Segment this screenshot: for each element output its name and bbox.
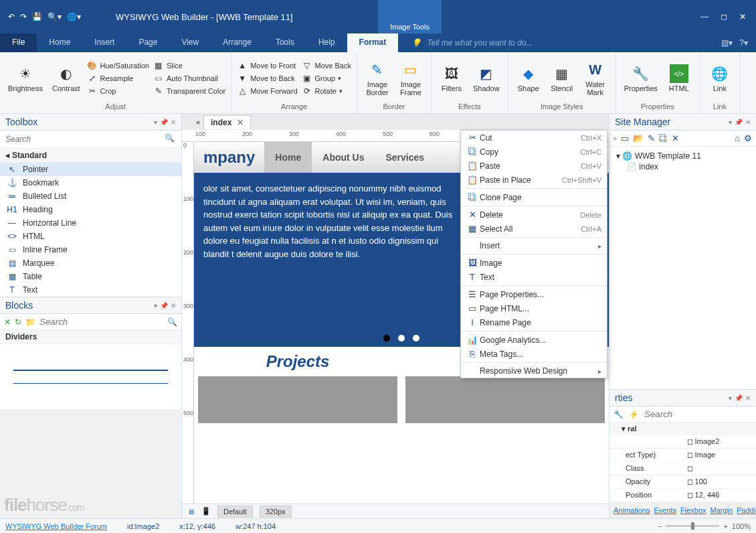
folder-icon[interactable]: 📁 — [25, 317, 35, 327]
link-button[interactable]: 🌐Link — [705, 63, 735, 94]
menu-view[interactable]: View — [169, 33, 211, 52]
wrench-icon[interactable]: 🔧 — [613, 410, 624, 419]
tool-pointer[interactable]: ↖Pointer — [0, 163, 181, 176]
tab-close-icon[interactable]: ✕ — [237, 118, 244, 127]
contrast-button[interactable]: ◐Contrast — [50, 63, 83, 94]
breakpoint-320[interactable]: 320px — [260, 506, 292, 518]
close-icon[interactable]: ✕ — [739, 12, 746, 21]
lightning-icon[interactable]: ⚡ — [629, 410, 639, 419]
ctx-page-properties-[interactable]: ☰Page Properties... — [461, 287, 607, 301]
tool-text[interactable]: TText — [0, 283, 181, 297]
new-page-icon[interactable]: ▫ — [613, 133, 617, 143]
ctx-rename-page[interactable]: IRename Page — [461, 315, 607, 329]
move-back-button[interactable]: ▽Move Back — [302, 60, 351, 71]
refresh-icon[interactable]: ✕ — [4, 317, 11, 327]
delete-icon[interactable]: ✕ — [672, 133, 679, 143]
zoom-in-icon[interactable]: + — [723, 522, 727, 530]
tab-index[interactable]: index✕ — [203, 115, 251, 129]
dropdown-icon[interactable]: ▾ — [154, 302, 157, 309]
blocks-search-input[interactable] — [39, 317, 163, 327]
prop-link-flexbox[interactable]: Flexbox — [680, 506, 706, 514]
rotate-button[interactable]: ⟳Rotate▾ — [302, 86, 351, 96]
zoom-slider[interactable] — [666, 525, 719, 527]
ctx-meta-tags-[interactable]: ⎘Meta Tags... — [461, 347, 607, 361]
slice-button[interactable]: ▦Slice — [153, 60, 225, 71]
tool-inline-frame[interactable]: ▭Inline Frame — [0, 243, 181, 256]
prop-row[interactable]: Position◻ 12, 446 — [609, 489, 756, 502]
dropdown-icon[interactable]: ▾ — [729, 119, 732, 126]
brightness-button[interactable]: ☀Brightness — [5, 63, 45, 94]
ctx-paste-in-place[interactable]: 📋Paste in PlaceCtrl+Shift+V — [461, 173, 607, 187]
publish-icon[interactable]: 🌐▾ — [67, 12, 81, 21]
prop-link-animations[interactable]: Animations — [613, 506, 650, 514]
move-to-back-button[interactable]: ▼Move to Back — [237, 73, 297, 84]
watermark-button[interactable]: WWater Mark — [581, 59, 610, 98]
resample-button[interactable]: ⤢Resample — [87, 73, 149, 84]
ctx-insert[interactable]: Insert▸ — [461, 239, 607, 252]
edit-icon[interactable]: ✎ — [648, 133, 655, 143]
contextual-tab-image-tools[interactable]: Image Tools — [378, 0, 442, 33]
auto-thumbnail-button[interactable]: ▭Auto Thumbnail — [153, 73, 225, 84]
tool-bulleted-list[interactable]: ≔Bulleted List — [0, 189, 181, 203]
menu-home[interactable]: Home — [37, 33, 82, 52]
tell-me-search[interactable]: 💡 Tell me what you want to do... — [398, 33, 713, 52]
prop-row[interactable]: ect Type)◻ Image — [609, 449, 756, 462]
help-icon[interactable]: ?▾ — [739, 38, 748, 48]
device-icon[interactable]: 🖥 — [187, 508, 195, 516]
menu-arrange[interactable]: Arrange — [211, 33, 264, 52]
home-icon[interactable]: ⌂ — [735, 133, 740, 143]
ctx-delete[interactable]: ✕DeleteDelete — [461, 208, 607, 222]
tool-bookmark[interactable]: ⚓Bookmark — [0, 176, 181, 189]
device-icon[interactable]: 📱 — [201, 507, 211, 516]
close-panel-icon[interactable]: ✕ — [745, 119, 751, 126]
pin-icon[interactable]: 📌 — [160, 119, 168, 126]
nav-services[interactable]: Services — [375, 142, 435, 173]
menu-help[interactable]: Help — [306, 33, 347, 52]
breakpoint-default[interactable]: Default — [217, 506, 253, 518]
menu-format[interactable]: Format — [347, 33, 399, 52]
properties-search-input[interactable] — [644, 409, 756, 419]
tool-heading[interactable]: H1Heading — [0, 203, 181, 216]
move-forward-button[interactable]: △Move Forward — [237, 86, 297, 96]
pin-icon[interactable]: 📌 — [735, 394, 743, 402]
nav-home[interactable]: Home — [264, 142, 312, 173]
open-icon[interactable]: 📂 — [633, 133, 644, 143]
shape-button[interactable]: ◆Shape — [514, 63, 543, 94]
prop-link-margin[interactable]: Margin — [711, 506, 733, 514]
filters-button[interactable]: 🖼Filters — [437, 63, 466, 94]
html-button[interactable]: </>HTML — [664, 63, 694, 94]
dropdown-icon[interactable]: ▾ — [154, 119, 157, 126]
search-icon[interactable]: 🔍 — [167, 317, 177, 327]
ctx-page-html-[interactable]: ▭Page HTML... — [461, 301, 607, 315]
tool-marquee[interactable]: ▤Marquee — [0, 256, 181, 270]
crop-button[interactable]: ✂Crop — [87, 86, 149, 96]
dropdown-icon[interactable]: ▾ — [729, 394, 732, 402]
ctx-copy[interactable]: ⿻CopyCtrl+C — [461, 145, 607, 159]
menu-insert[interactable]: Insert — [82, 33, 126, 52]
maximize-icon[interactable]: ◻ — [721, 12, 727, 21]
new-folder-icon[interactable]: ▭ — [621, 133, 629, 143]
prop-link-padding[interactable]: Padding — [737, 506, 756, 514]
zoom-out-icon[interactable]: − — [658, 522, 662, 530]
menu-file[interactable]: File — [0, 33, 37, 52]
prop-category[interactable]: ▾ ral — [609, 423, 756, 435]
ctx-image[interactable]: 🖼Image — [461, 256, 607, 270]
stencil-button[interactable]: ▦Stencil — [547, 63, 577, 94]
shadow-button[interactable]: ◩Shadow — [470, 63, 502, 94]
pin-icon[interactable]: 📌 — [735, 119, 743, 126]
close-panel-icon[interactable]: ✕ — [171, 302, 176, 309]
close-panel-icon[interactable]: ✕ — [171, 119, 176, 126]
nav-about[interactable]: About Us — [312, 142, 375, 173]
menu-tools[interactable]: Tools — [264, 33, 306, 52]
save-icon[interactable]: 💾 — [32, 12, 42, 21]
tree-page-index[interactable]: 📄 index — [613, 161, 752, 172]
toolbox-search-input[interactable] — [3, 133, 161, 145]
properties-button[interactable]: 🔧Properties — [622, 63, 660, 94]
ctx-responsive-web-design[interactable]: Responsive Web Design▸ — [461, 364, 607, 378]
transparent-color-button[interactable]: ✎Transparent Color — [153, 86, 225, 96]
prop-row[interactable]: Opacity◻ 100 — [609, 475, 756, 489]
undo-icon[interactable]: ↶ — [8, 12, 15, 21]
tool-table[interactable]: ▦Table — [0, 270, 181, 283]
layout-icon[interactable]: ▤▾ — [721, 38, 733, 48]
gear-icon[interactable]: ⚙ — [744, 133, 752, 143]
